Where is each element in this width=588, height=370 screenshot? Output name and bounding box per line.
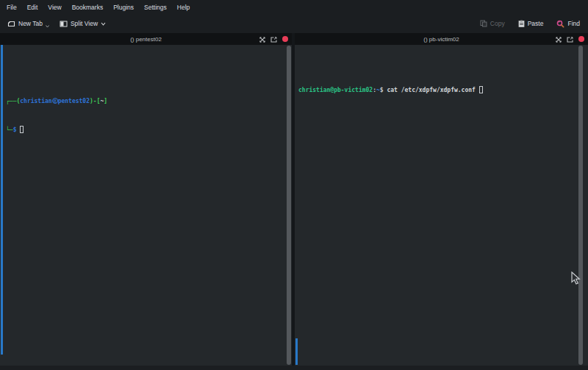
menu-edit[interactable]: Edit: [22, 4, 43, 11]
split-view-area: () pentest02: [0, 33, 588, 366]
new-tab-button[interactable]: New Tab: [4, 18, 53, 30]
terminal-screen-pb-victim02[interactable]: christian@pb-victim02:~$ cat /etc/xdpfw/…: [295, 45, 588, 366]
paste-button[interactable]: Paste: [514, 18, 548, 29]
new-tab-menu-caret-icon: [46, 25, 49, 28]
detach-split-icon[interactable]: [270, 32, 277, 46]
split-view-button[interactable]: Split View: [56, 18, 110, 29]
menu-view[interactable]: View: [43, 4, 66, 11]
terminal-cursor: [479, 86, 483, 93]
split-view-icon: [60, 21, 68, 27]
copy-icon: [480, 20, 487, 27]
scroll-position-indicator: [1, 45, 3, 355]
new-tab-label: New Tab: [18, 20, 43, 27]
pane-header-pb-victim02[interactable]: () pb-victim02: [295, 33, 588, 45]
terminal-pane-pentest02: () pentest02: [0, 33, 292, 366]
paste-label: Paste: [528, 20, 544, 27]
menu-bar: File Edit View Bookmarks Plugins Setting…: [0, 0, 588, 15]
menu-help[interactable]: Help: [172, 4, 195, 11]
maximize-split-icon[interactable]: [556, 32, 562, 46]
prompt-victim: christian@pb-victim02:~$ cat /etc/xdpfw/…: [295, 64, 588, 114]
scrollbar-right-pane[interactable]: [578, 46, 583, 365]
find-label: Find: [567, 20, 580, 27]
new-tab-icon: [7, 21, 15, 27]
menu-settings[interactable]: Settings: [139, 4, 172, 11]
split-view-caret-icon: [101, 22, 106, 26]
detach-split-icon[interactable]: [567, 32, 573, 46]
kali-symbol-icon: @: [52, 98, 58, 104]
prompt-line-1: ┌──(christian@pentest02)-[~]: [6, 96, 292, 106]
find-button[interactable]: Find: [553, 18, 584, 30]
mouse-cursor-icon: [571, 271, 581, 288]
toolbar: New Tab Split View: [0, 15, 588, 32]
copy-label: Copy: [490, 20, 505, 27]
terminal-pane-pb-victim02: () pb-victim02: [295, 33, 588, 366]
terminal-screen-pentest02[interactable]: ┌──(christian@pentest02)-[~] └─$: [0, 45, 292, 366]
command-line: christian@pb-victim02:~$ cat /etc/xdpfw/…: [298, 85, 588, 95]
menu-file[interactable]: File: [1, 4, 22, 11]
pane-title-pentest02: () pentest02: [0, 36, 292, 43]
scroll-position-indicator: [295, 338, 298, 365]
menu-bookmarks[interactable]: Bookmarks: [67, 4, 109, 11]
paste-icon: [518, 20, 525, 27]
prompt-kali: ┌──(christian@pentest02)-[~] └─$: [0, 74, 292, 154]
konsole-window: File Edit View Bookmarks Plugins Setting…: [0, 0, 588, 370]
pane-title-pb-victim02: () pb-victim02: [295, 36, 588, 43]
split-view-label: Split View: [71, 20, 98, 27]
copy-button[interactable]: Copy: [476, 18, 509, 29]
prompt-line-2: └─$: [6, 125, 292, 135]
menu-plugins[interactable]: Plugins: [108, 4, 139, 11]
scrollbar-left-pane[interactable]: [287, 46, 291, 365]
terminal-cursor: [20, 126, 24, 133]
close-split-button[interactable]: [578, 36, 584, 42]
maximize-split-icon[interactable]: [259, 32, 265, 46]
find-icon: [556, 20, 564, 28]
close-split-button[interactable]: [282, 36, 288, 42]
pane-header-pentest02[interactable]: () pentest02: [0, 33, 292, 45]
